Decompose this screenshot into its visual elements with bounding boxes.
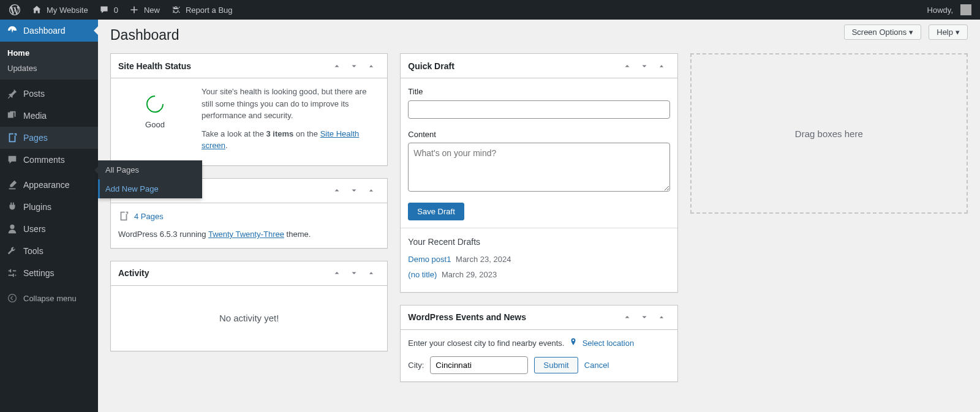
menu-dashboard[interactable]: Dashboard — [0, 20, 98, 42]
flyout-add-new-page[interactable]: Add New Page — [98, 179, 202, 198]
dashboard-submenu: Home Updates — [0, 42, 98, 80]
toggle-button[interactable] — [363, 264, 380, 282]
move-up-button[interactable] — [328, 264, 345, 282]
plus-icon — [128, 4, 140, 16]
move-up-button[interactable] — [328, 58, 345, 75]
health-items-line: Take a look at the 3 items on the Site H… — [202, 128, 380, 152]
move-down-button[interactable] — [636, 58, 653, 75]
menu-pages-label: Pages — [23, 133, 48, 143]
activity-box: Activity No activity yet! — [110, 261, 388, 352]
comments-count: 0 — [114, 6, 118, 15]
page-title: Dashboard — [110, 20, 968, 53]
draft-title-label: Title — [408, 86, 669, 98]
move-down-button[interactable] — [345, 58, 363, 75]
sliders-icon — [6, 267, 18, 279]
draft-link[interactable]: Demo post1 — [408, 255, 451, 264]
drag-target[interactable]: Drag boxes here — [690, 53, 968, 214]
move-up-button[interactable] — [328, 182, 345, 199]
health-status-text: Good — [118, 119, 192, 131]
wordpress-icon — [9, 4, 21, 16]
user-icon — [6, 223, 18, 235]
new-label: New — [144, 6, 160, 15]
admin-bar: My Website 0 New Report a Bug Howdy, — [0, 0, 980, 20]
new-content-link[interactable]: New — [123, 0, 165, 20]
city-label: City: — [408, 359, 424, 372]
health-gauge-icon — [143, 92, 167, 116]
menu-comments[interactable]: Comments — [0, 149, 98, 171]
comments-link[interactable]: 0 — [93, 0, 123, 20]
toggle-button[interactable] — [363, 182, 380, 199]
collapse-menu[interactable]: Collapse menu — [0, 287, 98, 309]
menu-appearance[interactable]: Appearance — [0, 174, 98, 196]
submenu-updates[interactable]: Updates — [0, 61, 98, 76]
menu-plugins-label: Plugins — [23, 202, 51, 212]
move-down-button[interactable] — [345, 182, 363, 199]
draft-date: March 29, 2023 — [442, 270, 497, 279]
menu-users[interactable]: Users — [0, 218, 98, 240]
collapse-icon — [6, 292, 18, 304]
toggle-button[interactable] — [653, 58, 670, 75]
move-up-button[interactable] — [619, 309, 636, 326]
report-bug-link[interactable]: Report a Bug — [165, 0, 238, 20]
draft-item: (no title) March 29, 2023 — [408, 269, 669, 281]
move-up-button[interactable] — [619, 58, 636, 75]
help-label: Help — [937, 28, 953, 37]
glance-pages-link[interactable]: 4 Pages — [134, 211, 164, 223]
screen-options-button[interactable]: Screen Options ▾ — [844, 24, 922, 40]
caret-down-icon: ▾ — [956, 28, 960, 37]
account-link[interactable]: Howdy, — [922, 0, 976, 20]
site-name-text: My Website — [47, 6, 88, 15]
admin-sidebar: Dashboard Home Updates Posts Media Pages… — [0, 20, 98, 412]
home-icon — [31, 4, 43, 16]
screen-options-label: Screen Options — [852, 28, 907, 37]
cancel-link[interactable]: Cancel — [584, 359, 609, 372]
wp-logo[interactable] — [4, 0, 26, 20]
menu-posts[interactable]: Posts — [0, 83, 98, 105]
brush-icon — [6, 179, 18, 191]
caret-down-icon: ▾ — [909, 28, 913, 37]
content-area: Screen Options ▾ Help ▾ Dashboard Site H… — [98, 20, 980, 412]
report-bug-label: Report a Bug — [186, 6, 233, 15]
site-health-title: Site Health Status — [118, 61, 191, 71]
flyout-all-pages[interactable]: All Pages — [98, 160, 202, 179]
events-news-title: WordPress Events and News — [408, 312, 526, 322]
menu-tools[interactable]: Tools — [0, 240, 98, 262]
wrench-icon — [6, 245, 18, 257]
menu-media[interactable]: Media — [0, 105, 98, 127]
draft-date: March 23, 2024 — [456, 255, 511, 264]
plug-icon — [6, 201, 18, 213]
svg-point-0 — [9, 294, 17, 302]
menu-plugins[interactable]: Plugins — [0, 196, 98, 218]
help-button[interactable]: Help ▾ — [929, 24, 968, 40]
draft-content-label: Content — [408, 129, 669, 141]
move-down-button[interactable] — [345, 264, 363, 282]
city-input[interactable] — [430, 356, 528, 374]
flyout-arrow-icon — [94, 167, 98, 174]
move-down-button[interactable] — [636, 309, 653, 326]
draft-title-input[interactable] — [408, 100, 669, 119]
recent-drafts-title: Your Recent Drafts — [408, 236, 669, 249]
pages-flyout: All Pages Add New Page — [98, 160, 202, 198]
menu-media-label: Media — [23, 111, 47, 121]
wp-version-line: WordPress 6.5.3 running Twenty Twenty-Th… — [118, 228, 380, 241]
dashboard-icon — [6, 24, 18, 37]
save-draft-button[interactable]: Save Draft — [408, 203, 464, 220]
theme-link[interactable]: Twenty Twenty-Three — [208, 230, 284, 239]
collapse-label: Collapse menu — [23, 294, 77, 303]
menu-settings[interactable]: Settings — [0, 262, 98, 284]
draft-content-textarea[interactable] — [408, 143, 669, 192]
page-icon — [6, 132, 18, 144]
toggle-button[interactable] — [363, 58, 380, 75]
menu-comments-label: Comments — [23, 155, 65, 165]
submit-button[interactable]: Submit — [534, 357, 578, 373]
menu-posts-label: Posts — [23, 89, 45, 99]
site-name-link[interactable]: My Website — [26, 0, 93, 20]
location-pin-icon — [569, 339, 578, 348]
pin-icon — [6, 88, 18, 100]
quick-draft-box: Quick Draft Title Content Save Draft — [400, 53, 677, 293]
menu-pages[interactable]: Pages — [0, 127, 98, 149]
toggle-button[interactable] — [653, 309, 670, 326]
submenu-home[interactable]: Home — [0, 45, 98, 61]
draft-link[interactable]: (no title) — [408, 270, 437, 279]
select-location-link[interactable]: Select location — [582, 339, 635, 348]
